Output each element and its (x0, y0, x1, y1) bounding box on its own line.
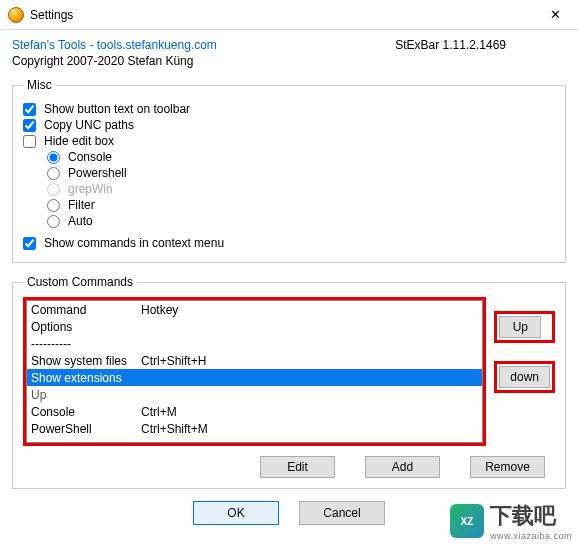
radio-grepwin-input (47, 183, 60, 196)
watermark-text: 下载吧 (490, 503, 556, 528)
up-button-highlight: Up (494, 311, 555, 343)
show-context-label: Show commands in context menu (44, 236, 224, 250)
cell-hotkey: Ctrl+M (137, 403, 482, 420)
cell-command: Options (27, 318, 137, 335)
version-label: StExBar 1.11.2.1469 (395, 38, 506, 52)
copy-unc-label: Copy UNC paths (44, 118, 134, 132)
radio-grepwin-label: grepWin (68, 182, 113, 196)
cell-hotkey: Ctrl+Shift+H (137, 352, 482, 369)
command-action-buttons: Edit Add Remove (23, 456, 555, 478)
radio-filter-label: Filter (68, 198, 95, 212)
editbox-radios: Console Powershell grepWin Filter Auto (47, 150, 555, 228)
radio-auto-label: Auto (68, 214, 93, 228)
show-context-input[interactable] (23, 237, 36, 250)
header-row: Stefan's Tools - tools.stefankueng.com S… (12, 38, 566, 52)
table-row[interactable]: Show system filesCtrl+Shift+H (27, 352, 482, 369)
radio-console[interactable]: Console (47, 150, 555, 164)
cell-hotkey (137, 386, 482, 403)
cell-hotkey: Ctrl+Shift+M (137, 420, 482, 437)
content: Stefan's Tools - tools.stefankueng.com S… (0, 30, 578, 525)
commands-grid[interactable]: Command Hotkey Options----------Show sys… (26, 300, 483, 443)
cell-hotkey (137, 369, 482, 386)
show-button-text-input[interactable] (23, 103, 36, 116)
radio-powershell[interactable]: Powershell (47, 166, 555, 180)
radio-console-label: Console (68, 150, 112, 164)
cell-hotkey (137, 335, 482, 352)
show-context-checkbox[interactable]: Show commands in context menu (23, 236, 555, 250)
radio-auto-input[interactable] (47, 215, 60, 228)
misc-legend: Misc (23, 78, 56, 92)
close-button[interactable]: ✕ (533, 0, 578, 30)
cell-command: Up (27, 386, 137, 403)
cell-command: ---------- (27, 335, 137, 352)
cancel-button[interactable]: Cancel (299, 501, 385, 525)
down-button-highlight: down (494, 361, 555, 393)
close-icon: ✕ (550, 7, 561, 22)
table-row[interactable]: Options (27, 318, 482, 335)
watermark-logo-icon: XZ (450, 504, 484, 538)
custom-commands-group: Custom Commands Command Hotkey Options--… (12, 275, 566, 489)
copyright-label: Copyright 2007-2020 Stefan Küng (12, 54, 566, 68)
radio-filter[interactable]: Filter (47, 198, 555, 212)
copy-unc-input[interactable] (23, 119, 36, 132)
radio-auto[interactable]: Auto (47, 214, 555, 228)
col-hotkey: Hotkey (137, 301, 482, 318)
add-button[interactable]: Add (365, 456, 440, 478)
app-icon (8, 7, 24, 23)
edit-button[interactable]: Edit (260, 456, 335, 478)
cell-command: Show extensions (27, 369, 137, 386)
table-row[interactable]: ---------- (27, 335, 482, 352)
table-row[interactable]: Up (27, 386, 482, 403)
cell-command: Console (27, 403, 137, 420)
table-row[interactable]: ConsoleCtrl+M (27, 403, 482, 420)
cell-command: PowerShell (27, 420, 137, 437)
cell-hotkey (137, 318, 482, 335)
watermark-sub: www.xiazaiba.com (490, 531, 572, 541)
reorder-buttons: Up down (494, 311, 555, 393)
down-button[interactable]: down (499, 366, 550, 388)
commands-area: Command Hotkey Options----------Show sys… (23, 297, 555, 446)
watermark-text-wrap: 下载吧 www.xiazaiba.com (490, 501, 572, 541)
show-button-text-checkbox[interactable]: Show button text on toolbar (23, 102, 555, 116)
radio-filter-input[interactable] (47, 199, 60, 212)
window-title: Settings (30, 8, 533, 22)
tools-link[interactable]: Stefan's Tools - tools.stefankueng.com (12, 38, 217, 52)
up-button[interactable]: Up (499, 316, 541, 338)
hide-edit-label: Hide edit box (44, 134, 114, 148)
copy-unc-checkbox[interactable]: Copy UNC paths (23, 118, 555, 132)
misc-group: Misc Show button text on toolbar Copy UN… (12, 78, 566, 263)
radio-powershell-label: Powershell (68, 166, 127, 180)
commands-table: Command Hotkey Options----------Show sys… (27, 301, 482, 437)
custom-commands-legend: Custom Commands (23, 275, 137, 289)
show-button-text-label: Show button text on toolbar (44, 102, 190, 116)
titlebar: Settings ✕ (0, 0, 578, 30)
col-command: Command (27, 301, 137, 318)
ok-button[interactable]: OK (193, 501, 279, 525)
table-header-row[interactable]: Command Hotkey (27, 301, 482, 318)
radio-grepwin: grepWin (47, 182, 555, 196)
commands-grid-highlight: Command Hotkey Options----------Show sys… (23, 297, 486, 446)
table-row[interactable]: Show extensions (27, 369, 482, 386)
table-row[interactable]: PowerShellCtrl+Shift+M (27, 420, 482, 437)
cell-command: Show system files (27, 352, 137, 369)
hide-edit-checkbox[interactable]: Hide edit box (23, 134, 555, 148)
remove-button[interactable]: Remove (470, 456, 545, 478)
radio-powershell-input[interactable] (47, 167, 60, 180)
radio-console-input[interactable] (47, 151, 60, 164)
watermark: XZ 下载吧 www.xiazaiba.com (450, 501, 572, 541)
hide-edit-input[interactable] (23, 135, 36, 148)
